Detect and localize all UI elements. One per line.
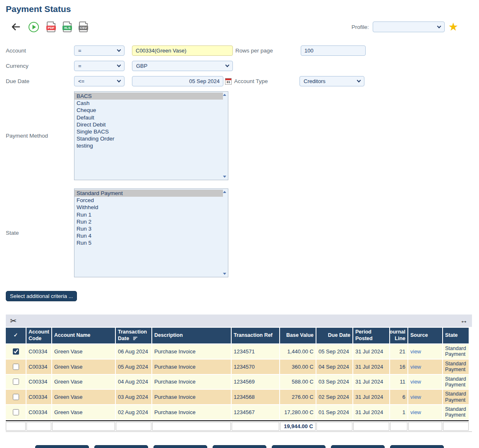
col-header-transaction-ref[interactable]: Transaction Ref [232, 328, 279, 343]
view-link[interactable]: view [410, 379, 421, 385]
listbox-option[interactable]: BACS [74, 93, 223, 100]
due-date-input[interactable] [132, 76, 223, 86]
col-header-state[interactable]: State [443, 328, 469, 343]
col-header-due-date[interactable]: Due Date [316, 328, 352, 343]
col-header-base-value[interactable]: Base Value [280, 328, 316, 343]
listbox-option[interactable]: testing [74, 142, 223, 149]
run-3-button[interactable]: Run 3 [213, 445, 266, 448]
listbox-option[interactable]: Single BACS [74, 128, 223, 135]
row-select-checkbox[interactable] [13, 348, 19, 355]
cell-source: view [408, 360, 442, 374]
cell-transaction-ref: 1234569 [232, 375, 279, 389]
col-header-account-name[interactable]: Account Name [52, 328, 115, 343]
cell-transaction-ref: 1234568 [232, 390, 279, 404]
cell-due-date: 05 Sep 2024 [316, 344, 352, 359]
run-4-button[interactable]: Run 4 [272, 445, 326, 448]
row-select-checkbox[interactable] [13, 409, 19, 415]
withhold-button[interactable]: Withhold [390, 445, 444, 448]
col-header-source[interactable]: Source [408, 328, 442, 343]
col-header-journal-line[interactable]: Journal Line [390, 328, 407, 343]
export-xls-button[interactable]: XLS [63, 21, 72, 32]
due-date-operator-select[interactable]: <= [74, 76, 125, 86]
listbox-option[interactable]: Default [74, 114, 223, 121]
account-input[interactable] [132, 45, 233, 56]
listbox-option[interactable]: Run 4 [74, 232, 223, 239]
cell-account-code: C00334 [26, 375, 51, 389]
listbox-option[interactable]: Standard Payment [74, 190, 223, 197]
view-link[interactable]: view [410, 348, 421, 355]
listbox-option[interactable]: Direct Debit [74, 121, 223, 128]
listbox-option[interactable]: Run 5 [74, 239, 223, 246]
row-select-checkbox[interactable] [13, 379, 19, 385]
total-cell [443, 422, 469, 431]
table-cell [6, 360, 26, 374]
chevron-down-icon [357, 79, 361, 83]
scroll-down-icon[interactable] [223, 273, 226, 275]
account-operator-select[interactable]: = [74, 45, 125, 56]
select-additional-criteria-button[interactable]: Select additional criteria ... [6, 291, 77, 301]
col-header-account-code[interactable]: Account Code [26, 328, 51, 343]
page-title: Payment Status [6, 4, 479, 14]
rows-per-page-input[interactable] [301, 45, 366, 56]
force-button[interactable]: Force [35, 445, 89, 448]
run-1-button[interactable]: Run 1 [94, 445, 148, 448]
favorite-star-icon[interactable]: ★ [448, 21, 458, 32]
table-cell [6, 405, 26, 419]
col-header-period-posted[interactable]: Period Posted [353, 328, 389, 343]
scroll-down-icon[interactable] [223, 176, 226, 178]
currency-select[interactable]: GBP [132, 61, 233, 71]
results-grid: ✂ ↔ ✓ Account Code Account Name Transact… [6, 315, 472, 432]
row-select-checkbox[interactable] [13, 364, 19, 370]
back-button[interactable] [11, 23, 21, 31]
payment-method-listbox[interactable]: BACS Cash Cheque Default Direct Debit Si… [74, 91, 228, 180]
listbox-option[interactable]: Run 3 [74, 225, 223, 232]
col-header-description[interactable]: Description [152, 328, 231, 343]
scroll-up-icon[interactable] [223, 94, 226, 96]
cell-transaction-date: 03 Aug 2024 [116, 390, 151, 404]
state-label: State [6, 230, 74, 236]
listbox-option[interactable]: Withheld [74, 204, 223, 211]
cell-account-code: C00334 [26, 360, 51, 374]
cell-description: Purchase Invoice [152, 390, 231, 404]
select-all-header[interactable]: ✓ [6, 328, 26, 343]
listbox-option[interactable]: Cash [74, 100, 223, 107]
account-type-select[interactable]: Creditors [299, 76, 364, 86]
profile-select[interactable] [373, 21, 445, 32]
calendar-icon[interactable]: 31 [225, 78, 232, 85]
export-pdf-button[interactable]: PDF [47, 21, 55, 32]
pdf-icon: PDF [46, 26, 56, 30]
view-link[interactable]: view [410, 394, 421, 400]
top-toolbar: PDF XLS CSV Profile: ★ [11, 21, 468, 33]
scissors-icon[interactable]: ✂ [10, 316, 17, 326]
view-link[interactable]: view [410, 364, 421, 370]
row-select-checkbox[interactable] [13, 394, 19, 400]
cell-transaction-date: 05 Aug 2024 [116, 360, 151, 374]
view-link[interactable]: view [410, 409, 421, 415]
listbox-option[interactable]: Run 2 [74, 218, 223, 225]
run-report-button[interactable] [28, 21, 39, 33]
cell-period-posted: 31 Jul 2024 [353, 344, 389, 359]
run-5-button[interactable]: Run 5 [331, 445, 385, 448]
state-listbox[interactable]: Standard Payment Forced Withheld Run 1 R… [74, 188, 228, 277]
export-csv-button[interactable]: CSV [79, 21, 88, 32]
folded-corner-icon [69, 21, 72, 24]
cell-base-value: 360.00 C [280, 360, 316, 374]
cell-account-name: Green Vase [52, 360, 115, 374]
currency-operator-select[interactable]: = [74, 61, 125, 71]
cell-due-date: 01 Sep 2024 [316, 405, 352, 419]
total-cell [152, 422, 231, 431]
resize-columns-icon[interactable]: ↔ [460, 316, 468, 325]
total-base-value: 19,944.00 C [280, 422, 316, 431]
run-2-button[interactable]: Run 2 [153, 445, 207, 448]
grid-toolbar: ✂ ↔ [6, 315, 472, 327]
listbox-option[interactable]: Forced [74, 197, 223, 204]
currency-operator-value: = [78, 63, 115, 69]
scroll-up-icon[interactable] [223, 191, 226, 193]
listbox-option[interactable]: Cheque [74, 107, 223, 114]
cell-transaction-date: 06 Aug 2024 [116, 344, 151, 359]
listbox-option[interactable]: Run 1 [74, 211, 223, 218]
col-header-transaction-date[interactable]: Transaction Date [116, 328, 151, 343]
cell-transaction-ref: 1234567 [232, 405, 279, 419]
listbox-option[interactable]: Standing Order [74, 135, 223, 142]
grid-table: ✓ Account Code Account Name Transaction … [6, 327, 472, 432]
